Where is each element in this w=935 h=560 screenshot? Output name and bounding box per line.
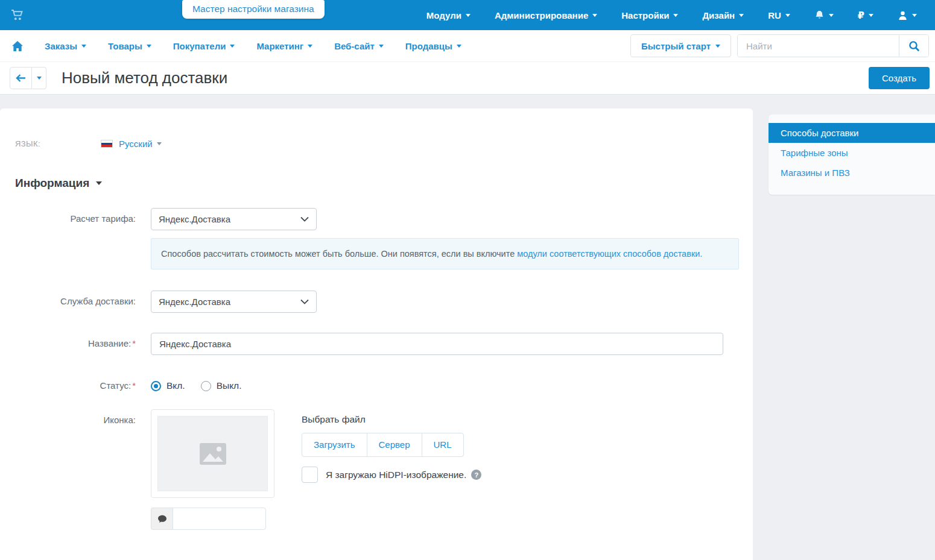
carrier-value: Яндекс.Доставка: [159, 297, 300, 307]
nav-marketing[interactable]: Маркетинг: [256, 41, 312, 51]
menu-design-label: Дизайн: [702, 10, 735, 20]
currency-selector[interactable]: ₽: [858, 10, 873, 21]
chevron-down-icon: [147, 45, 151, 48]
status-off-option[interactable]: Выкл.: [201, 380, 242, 391]
comment-addon: [151, 508, 173, 530]
topbar: Мастер настройки магазина Модули Админис…: [0, 0, 935, 30]
help-question-icon[interactable]: ?: [471, 470, 481, 480]
image-alt-group: [151, 508, 753, 530]
status-label: Статус:*: [0, 375, 136, 391]
required-marker: *: [132, 380, 136, 391]
carrier-select[interactable]: Яндекс.Доставка: [151, 291, 317, 313]
image-alt-input[interactable]: [173, 508, 266, 530]
modules-link[interactable]: модули соответствующих способов доставки…: [517, 249, 702, 259]
radio-selected-icon[interactable]: [151, 381, 161, 391]
nav-home[interactable]: [12, 41, 23, 51]
chevron-down-icon: [308, 45, 312, 48]
language-code-label: RU: [768, 10, 781, 20]
chevron-down-icon: [466, 14, 471, 17]
radio-unselected-icon[interactable]: [201, 381, 211, 391]
back-button[interactable]: [10, 67, 32, 89]
main-navigation: Заказы Товары Покупатели Маркетинг Веб-с…: [0, 30, 935, 62]
info-message-text: Способов рассчитать стоимость может быть…: [161, 249, 517, 259]
back-dropdown-button[interactable]: [32, 67, 46, 89]
nav-orders[interactable]: Заказы: [45, 41, 86, 51]
carrier-row: Служба доставки: Яндекс.Доставка: [0, 291, 753, 313]
chevron-down-icon: [230, 45, 235, 48]
rate-calculation-label: Расчет тарифа:: [0, 208, 136, 230]
carrier-label: Служба доставки:: [0, 291, 136, 313]
icon-row: Иконка: Выбрать файл Загрузить: [0, 409, 753, 498]
chevron-down-icon: [785, 14, 790, 17]
chevron-down-icon: [300, 299, 309, 304]
status-off-label: Выкл.: [217, 380, 242, 391]
menu-modules-label: Модули: [426, 10, 461, 20]
store-setup-wizard-button[interactable]: Мастер настройки магазина: [182, 0, 325, 19]
icon-label: Иконка:: [0, 409, 136, 498]
language-value-dropdown[interactable]: Русский: [119, 139, 162, 149]
sidebar-item-stores-pickup[interactable]: Магазины и ПВЗ: [769, 163, 935, 183]
nav-vendors[interactable]: Продавцы: [405, 41, 461, 51]
admin-search: [737, 34, 929, 57]
rate-calculation-select[interactable]: Яндекс.Доставка: [151, 208, 317, 230]
language-value-label: Русский: [119, 139, 153, 149]
chevron-down-icon: [379, 45, 384, 48]
nav-website-label: Веб-сайт: [334, 41, 375, 51]
choose-file-label: Выбрать файл: [302, 409, 481, 425]
nav-products-label: Товары: [108, 41, 142, 51]
user-icon: [898, 10, 908, 20]
chevron-down-icon: [715, 45, 720, 48]
nav-products[interactable]: Товары: [108, 41, 151, 51]
language-row: ЯЗЫК: Русский: [15, 139, 753, 149]
information-section-toggle[interactable]: Информация: [15, 177, 753, 190]
russian-flag-icon: [101, 140, 113, 148]
hidpi-label: Я загружаю HiDPI-изображение.: [326, 470, 466, 480]
menu-administration[interactable]: Администрирование: [495, 10, 597, 20]
status-label-text: Статус:: [100, 380, 132, 391]
chevron-down-icon: [739, 14, 744, 17]
information-section-title: Информация: [15, 177, 89, 190]
tab-upload[interactable]: Загрузить: [302, 433, 367, 456]
user-account-menu[interactable]: [898, 10, 917, 20]
storefront-cart-icon[interactable]: [11, 9, 24, 21]
ruble-icon: ₽: [858, 10, 864, 21]
chevron-down-icon: [457, 45, 461, 48]
search-input[interactable]: [738, 35, 899, 57]
page-title: Новый метод доставки: [62, 69, 227, 87]
rate-calculation-row: Расчет тарифа: Яндекс.Доставка: [0, 208, 753, 230]
nav-marketing-label: Маркетинг: [256, 41, 303, 51]
nav-customers-label: Покупатели: [173, 41, 226, 51]
tab-url[interactable]: URL: [422, 433, 463, 456]
menu-settings[interactable]: Настройки: [621, 10, 678, 20]
arrow-left-icon: [16, 74, 26, 83]
sidebar-item-rate-areas[interactable]: Тарифные зоны: [769, 143, 935, 163]
menu-design[interactable]: Дизайн: [702, 10, 744, 20]
name-label: Название:*: [0, 333, 136, 355]
sidebar-item-shipping-methods[interactable]: Способы доставки: [769, 123, 935, 143]
home-icon: [12, 41, 23, 51]
menu-modules[interactable]: Модули: [426, 10, 471, 20]
name-input[interactable]: [151, 333, 723, 355]
create-button[interactable]: Создать: [869, 67, 930, 89]
chevron-down-icon: [869, 14, 873, 17]
quick-start-button[interactable]: Быстрый старт: [630, 34, 731, 57]
hidpi-checkbox[interactable]: [302, 467, 318, 483]
speech-bubble-icon: [157, 515, 167, 523]
info-message-box: Способов рассчитать стоимость может быть…: [151, 238, 739, 269]
search-button[interactable]: [899, 35, 928, 57]
bell-icon: [814, 10, 825, 20]
chevron-down-icon: [829, 14, 834, 17]
notifications-menu[interactable]: [814, 10, 834, 20]
status-on-option[interactable]: Вкл.: [151, 380, 185, 391]
language-selector[interactable]: RU: [768, 10, 790, 20]
topbar-menu: Модули Администрирование Настройки Дизай…: [426, 10, 917, 21]
required-marker: *: [132, 338, 136, 348]
icon-upload-dropzone[interactable]: [151, 409, 274, 498]
nav-customers[interactable]: Покупатели: [173, 41, 235, 51]
nav-website[interactable]: Веб-сайт: [334, 41, 384, 51]
tab-server[interactable]: Сервер: [367, 433, 422, 456]
status-row: Статус:* Вкл. Выкл.: [0, 375, 753, 391]
nav-vendors-label: Продавцы: [405, 41, 452, 51]
cart-icon: [11, 9, 24, 21]
back-button-group: [10, 67, 46, 89]
